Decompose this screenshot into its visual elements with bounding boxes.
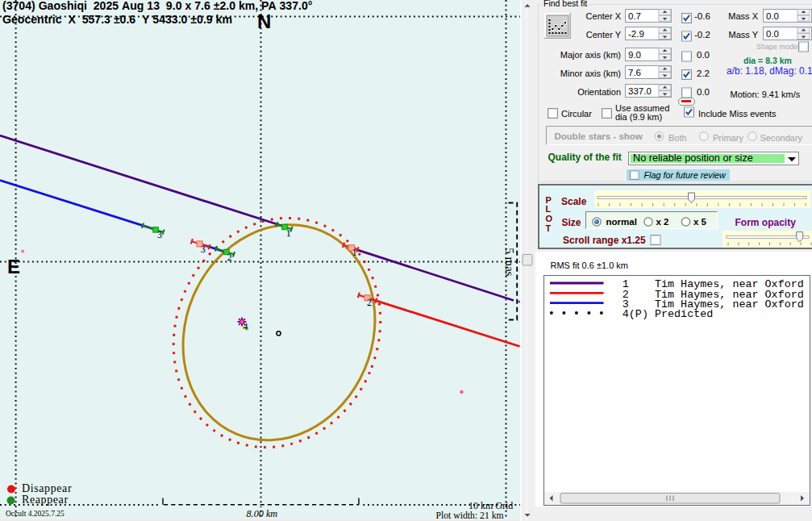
svg-text:1: 1 bbox=[286, 228, 291, 238]
svg-text:3: 3 bbox=[201, 244, 206, 254]
svg-text:8.00 km: 8.00 km bbox=[247, 508, 278, 519]
svg-text:2: 2 bbox=[227, 252, 232, 262]
svg-text:Disappear: Disappear bbox=[22, 482, 72, 494]
svg-text:E: E bbox=[7, 256, 20, 277]
svg-text:N: N bbox=[257, 10, 271, 32]
svg-text:4(P) Predicted: 4(P) Predicted bbox=[622, 308, 713, 320]
svg-text:3: 3 bbox=[157, 230, 162, 240]
svg-text:Occult 4.2025.7.25: Occult 4.2025.7.25 bbox=[6, 510, 65, 518]
svg-text:10 km Grid: 10 km Grid bbox=[468, 500, 513, 511]
svg-text:Geocentric X 557.3 ±0.6 Y 5: Geocentric X 557.3 ±0.6 Y 5433.0 ±0.9 km bbox=[2, 13, 232, 26]
svg-text:5 mas: 5 mas bbox=[503, 248, 516, 277]
svg-text:1: 1 bbox=[352, 248, 357, 257]
svg-text:Reappear: Reappear bbox=[22, 494, 69, 506]
svg-text:2: 2 bbox=[367, 298, 372, 307]
